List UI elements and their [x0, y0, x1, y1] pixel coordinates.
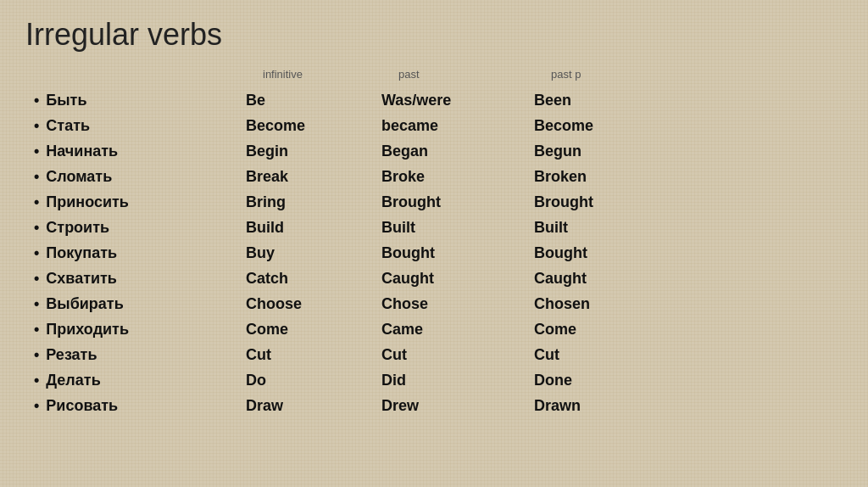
- page-title: Irregular verbs: [25, 17, 843, 53]
- bullet-icon: •: [34, 270, 39, 288]
- russian-word: Схватить: [46, 270, 117, 288]
- table-row: • Покупать Buy Bought Bought: [25, 240, 843, 266]
- infinitive-cell: Do: [246, 372, 381, 389]
- infinitive-cell: Choose: [246, 295, 381, 313]
- pastp-cell: Come: [534, 321, 670, 339]
- russian-word: Делать: [46, 372, 100, 389]
- pastp-cell: Chosen: [534, 295, 670, 313]
- russian-cell: • Стать: [34, 117, 246, 135]
- past-cell: Built: [381, 219, 534, 237]
- bullet-icon: •: [34, 193, 39, 211]
- table-row: • Начинать Begin Began Begun: [25, 138, 843, 164]
- pastp-cell: Bought: [534, 244, 670, 262]
- russian-word: Строить: [46, 219, 109, 237]
- verb-rows: • Быть Be Was/were Been • Стать Become b…: [25, 87, 843, 418]
- russian-word: Выбирать: [46, 295, 123, 313]
- past-cell: became: [381, 117, 534, 135]
- verbs-table: infinitive past past p • Быть Be Was/wer…: [25, 68, 843, 418]
- bullet-icon: •: [34, 219, 39, 237]
- table-row: • Сломать Break Broke Broken: [25, 164, 843, 189]
- russian-word: Рисовать: [46, 397, 118, 415]
- russian-cell: • Делать: [34, 372, 246, 389]
- table-row: • Быть Be Was/were Been: [25, 87, 843, 113]
- infinitive-cell: Cut: [246, 346, 381, 364]
- bullet-icon: •: [34, 117, 39, 135]
- bullet-icon: •: [34, 244, 39, 262]
- russian-cell: • Быть: [34, 92, 246, 109]
- russian-word: Резать: [46, 346, 97, 364]
- russian-cell: • Сломать: [34, 168, 246, 186]
- infinitive-cell: Catch: [246, 270, 381, 288]
- pastp-cell: Cut: [534, 346, 670, 364]
- russian-cell: • Рисовать: [34, 397, 246, 415]
- russian-word: Начинать: [46, 143, 118, 160]
- pastp-cell: Begun: [534, 143, 670, 160]
- russian-cell: • Приходить: [34, 321, 246, 339]
- russian-word: Быть: [46, 92, 86, 109]
- bullet-icon: •: [34, 143, 39, 160]
- bullet-icon: •: [34, 92, 39, 109]
- table-row: • Рисовать Draw Drew Drawn: [25, 393, 843, 418]
- pastp-cell: Broken: [534, 168, 670, 186]
- bullet-icon: •: [34, 372, 39, 389]
- table-row: • Резать Cut Cut Cut: [25, 342, 843, 367]
- bullet-icon: •: [34, 321, 39, 339]
- infinitive-cell: Become: [246, 117, 381, 135]
- past-cell: Broke: [381, 168, 534, 186]
- russian-cell: • Покупать: [34, 244, 246, 262]
- pastp-cell: Become: [534, 117, 670, 135]
- table-row: • Строить Build Built Built: [25, 215, 843, 240]
- russian-word: Сломать: [46, 168, 112, 186]
- infinitive-cell: Buy: [246, 244, 381, 262]
- page: Irregular verbs infinitive past past p •…: [0, 0, 868, 487]
- table-row: • Стать Become became Become: [25, 113, 843, 138]
- table-header: infinitive past past p: [25, 68, 843, 81]
- past-cell: Began: [381, 143, 534, 160]
- bullet-icon: •: [34, 168, 39, 186]
- russian-cell: • Приносить: [34, 193, 246, 211]
- pastp-cell: Built: [534, 219, 670, 237]
- infinitive-cell: Come: [246, 321, 381, 339]
- past-cell: Cut: [381, 346, 534, 364]
- infinitive-cell: Bring: [246, 193, 381, 211]
- col-infinitive-header: infinitive: [263, 68, 398, 81]
- russian-word: Приходить: [46, 321, 129, 339]
- russian-word: Стать: [46, 117, 90, 135]
- pastp-cell: Drawn: [534, 397, 670, 415]
- table-row: • Схватить Catch Caught Caught: [25, 266, 843, 291]
- past-cell: Bought: [381, 244, 534, 262]
- table-row: • Приносить Bring Brought Brought: [25, 189, 843, 215]
- col-past-header: past: [398, 68, 551, 81]
- col-russian-header: [51, 68, 263, 81]
- past-cell: Caught: [381, 270, 534, 288]
- pastp-cell: Been: [534, 92, 670, 109]
- table-row: • Делать Do Did Done: [25, 367, 843, 393]
- table-row: • Приходить Come Came Come: [25, 316, 843, 342]
- infinitive-cell: Break: [246, 168, 381, 186]
- russian-cell: • Выбирать: [34, 295, 246, 313]
- infinitive-cell: Begin: [246, 143, 381, 160]
- infinitive-cell: Draw: [246, 397, 381, 415]
- russian-cell: • Схватить: [34, 270, 246, 288]
- pastp-cell: Caught: [534, 270, 670, 288]
- russian-word: Приносить: [46, 193, 129, 211]
- bullet-icon: •: [34, 295, 39, 313]
- past-cell: Came: [381, 321, 534, 339]
- table-row: • Выбирать Choose Chose Chosen: [25, 291, 843, 316]
- russian-cell: • Строить: [34, 219, 246, 237]
- russian-cell: • Начинать: [34, 143, 246, 160]
- russian-word: Покупать: [46, 244, 117, 262]
- infinitive-cell: Build: [246, 219, 381, 237]
- past-cell: Brought: [381, 193, 534, 211]
- past-cell: Was/were: [381, 92, 534, 109]
- col-pastp-header: past p: [551, 68, 687, 81]
- russian-cell: • Резать: [34, 346, 246, 364]
- bullet-icon: •: [34, 346, 39, 364]
- past-cell: Chose: [381, 295, 534, 313]
- bullet-icon: •: [34, 397, 39, 415]
- infinitive-cell: Be: [246, 92, 381, 109]
- past-cell: Did: [381, 372, 534, 389]
- past-cell: Drew: [381, 397, 534, 415]
- pastp-cell: Brought: [534, 193, 670, 211]
- pastp-cell: Done: [534, 372, 670, 389]
